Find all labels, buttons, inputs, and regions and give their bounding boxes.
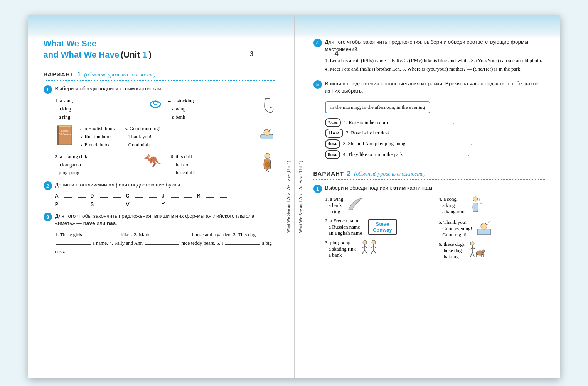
skating-icon xyxy=(359,239,380,257)
svg-text:А.С.Пушкина: А.С.Пушкина xyxy=(59,133,71,135)
blank-t3-1[interactable] xyxy=(84,236,119,236)
item6-line3: these dolls xyxy=(171,169,254,177)
blank-t3-5[interactable] xyxy=(225,244,260,245)
item2-line2: a Russian book xyxy=(78,133,115,141)
time-badge-4: 8P.M. xyxy=(325,150,340,159)
task1v2-badge: 1 xyxy=(313,185,322,193)
blank-x[interactable] xyxy=(149,206,157,206)
variant2-num: 2 xyxy=(347,170,351,178)
v2-item3: 3. ping-pong a skating rink a bank xyxy=(325,239,431,258)
svg-line-25 xyxy=(374,250,376,254)
left-page-number: 3 xyxy=(249,50,253,58)
svg-rect-31 xyxy=(477,229,491,235)
v2-item5: 5. Thank you! Good evening! Good night! xyxy=(439,219,545,238)
svg-text:♫: ♫ xyxy=(480,201,482,205)
task1-text: Выбери и обведи подписи к этим картинкам… xyxy=(55,85,163,93)
item5-line2: Thank you! xyxy=(125,133,253,141)
variant1-label: ВАРИАНТ xyxy=(44,71,74,78)
svg-point-43 xyxy=(482,250,485,253)
task3-body: 1. These girls bikes. 2. Mark a house an… xyxy=(55,230,275,256)
v2-item6: 6. these dogs those dogs that dog xyxy=(439,241,545,261)
v2-item2-text: 2. a French name a Russian name an Engli… xyxy=(325,218,362,236)
task3-sentences: 1. These girls bikes. 2. Mark a house an… xyxy=(55,230,275,256)
spine xyxy=(294,15,295,378)
wing-icon xyxy=(347,196,364,212)
blank-k[interactable] xyxy=(171,197,179,198)
blank-n[interactable] xyxy=(206,197,214,198)
stocking-icon xyxy=(261,97,275,114)
blank-t5-4[interactable] xyxy=(405,156,467,156)
blank-o[interactable] xyxy=(220,197,227,198)
right-page-content: 4 4 Для того чтобы закончить предложения… xyxy=(313,39,545,264)
blank-h[interactable] xyxy=(135,197,143,198)
steve-card: SteveConway xyxy=(368,219,397,235)
task5-item1: 7A.M. 1. Rose is in her room . xyxy=(325,118,545,127)
title-line1-text: What We See xyxy=(44,39,97,48)
blank-t5-1[interactable] xyxy=(390,124,452,124)
have-bold: have xyxy=(83,220,95,226)
task2-line2: P S V Y xyxy=(55,201,275,208)
task4-sentences: 1. Lena has a cat. (It/Its) name is Kitt… xyxy=(325,56,545,73)
title-line2-cyan: and What We Have xyxy=(44,50,119,59)
blank-t3-4[interactable] xyxy=(145,244,179,245)
blank-w[interactable] xyxy=(135,206,143,206)
time-badge-3: 4P.M. xyxy=(325,139,340,149)
task3-badge: 3 xyxy=(44,213,52,221)
task2-section: 2 Допиши в английский алфавит недостающи… xyxy=(44,181,275,208)
task1v2-grid: 1. a wing a bank a ring xyxy=(325,196,545,264)
item3-line2: a kangaroo xyxy=(55,161,138,169)
task5-row: 5 Впиши в предложения словосочетания из … xyxy=(313,80,545,95)
title-line2-black: (Unit xyxy=(121,50,142,59)
blank-l[interactable] xyxy=(184,197,192,198)
svg-line-24 xyxy=(371,250,374,254)
spine-text-right: What We See and What We Have (Unit 1) xyxy=(295,15,307,378)
blank-r[interactable] xyxy=(78,206,86,206)
task2-badge: 2 xyxy=(44,181,52,190)
task1-items: 1. a song a king a ring xyxy=(55,97,275,177)
blank-t[interactable] xyxy=(100,206,108,206)
blank-t5-3[interactable] xyxy=(408,145,470,145)
task2-text: Допиши в английский алфавит недостающие … xyxy=(55,181,182,189)
item3-num: 3. a skating rink xyxy=(55,153,138,161)
svg-text:z: z xyxy=(270,128,271,130)
svg-text:z: z xyxy=(489,220,490,222)
svg-rect-7 xyxy=(57,126,59,145)
svg-line-38 xyxy=(470,252,472,257)
svg-line-20 xyxy=(362,246,365,248)
item5-line3: Good night! xyxy=(125,141,253,149)
task4-text: Для того чтобы закончить предложения, вы… xyxy=(325,39,545,53)
blank-e[interactable] xyxy=(100,197,108,198)
task5-item3: 4P.M. 3. She and Ann play ping-pong . xyxy=(325,139,545,149)
task2-line1: A D G J M xyxy=(55,193,275,200)
item5-num: 5. Good morning! xyxy=(125,125,253,133)
v2-left-col: 1. a wing a bank a ring xyxy=(325,196,431,264)
task5-text: Впиши в предложения словосочетания из ра… xyxy=(325,80,545,95)
task1-item2: 2. an English book a Russian book a Fren… xyxy=(78,125,115,149)
svg-line-40 xyxy=(470,247,472,250)
blank-t3-3[interactable] xyxy=(56,244,91,245)
task5-item4: 8P.M. 4. They like to run in the park . xyxy=(325,150,545,159)
blank-c[interactable] xyxy=(78,197,86,198)
item1-line3: a ring xyxy=(55,113,142,121)
item6-line2: that doll xyxy=(171,161,254,169)
blank-q[interactable] xyxy=(64,206,72,206)
variant2-section: ВАРИАНТ 2 (обычный уровень сложности) 1 … xyxy=(313,170,545,264)
task5-box-container: in the morning, in the afternoon, in the… xyxy=(313,98,545,117)
blank-b[interactable] xyxy=(64,197,72,198)
v2-item1-text: 1. a wing a bank a ring xyxy=(325,196,344,215)
task1-item1: 1. a song a king a ring xyxy=(55,97,142,121)
blank-u[interactable] xyxy=(113,206,121,206)
svg-line-39 xyxy=(472,252,474,257)
v2-item4: 4. a song a king a kangaroo xyxy=(439,196,545,216)
blank-z[interactable] xyxy=(171,206,179,206)
blank-i[interactable] xyxy=(149,197,157,198)
svg-line-19 xyxy=(365,250,367,254)
blank-t5-2[interactable] xyxy=(393,134,454,134)
item4-line2: a wing xyxy=(168,105,256,113)
blank-t3-2[interactable] xyxy=(152,236,187,236)
blank-f[interactable] xyxy=(113,197,121,198)
title-line1: What We See xyxy=(44,39,275,49)
task3-text: Для того чтобы закончить предложения, вп… xyxy=(55,213,275,227)
svg-line-14 xyxy=(267,169,269,172)
ring-icon xyxy=(148,97,163,112)
